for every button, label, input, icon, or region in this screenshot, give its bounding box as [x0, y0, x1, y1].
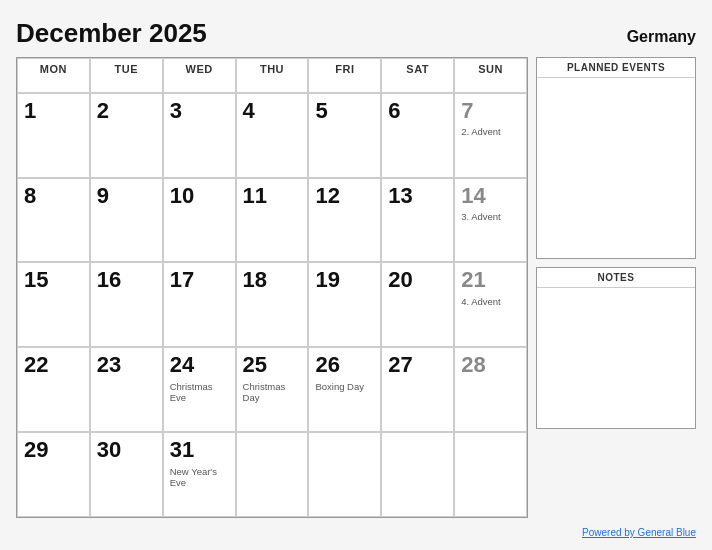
day-header: SUN: [454, 58, 527, 93]
day-cell: 5: [308, 93, 381, 178]
header: December 2025 Germany: [16, 18, 696, 49]
day-header: WED: [163, 58, 236, 93]
calendar-page: December 2025 Germany MONTUEWEDTHUFRISAT…: [0, 0, 712, 550]
day-cell: 15: [17, 262, 90, 347]
day-number: 9: [97, 183, 109, 209]
day-cell: 27: [381, 347, 454, 432]
main-content: MONTUEWEDTHUFRISATSUN12345672. Advent891…: [16, 57, 696, 518]
day-number: 28: [461, 352, 485, 378]
day-cell: 11: [236, 178, 309, 263]
day-cell: [236, 432, 309, 517]
day-number: 29: [24, 437, 48, 463]
day-cell: 1: [17, 93, 90, 178]
day-number: 24: [170, 352, 194, 378]
day-cell: [381, 432, 454, 517]
day-number: 27: [388, 352, 412, 378]
day-event: 2. Advent: [461, 126, 501, 137]
planned-events-title: PLANNED EVENTS: [537, 58, 695, 78]
day-cell: 6: [381, 93, 454, 178]
day-cell: 22: [17, 347, 90, 432]
day-number: 2: [97, 98, 109, 124]
planned-events-box: PLANNED EVENTS: [536, 57, 696, 259]
powered-by-link[interactable]: Powered by General Blue: [582, 527, 696, 538]
day-event: 4. Advent: [461, 296, 501, 307]
calendar-grid: MONTUEWEDTHUFRISATSUN12345672. Advent891…: [17, 58, 527, 517]
day-cell: 4: [236, 93, 309, 178]
day-cell: 72. Advent: [454, 93, 527, 178]
day-number: 15: [24, 267, 48, 293]
day-number: 18: [243, 267, 267, 293]
day-number: 13: [388, 183, 412, 209]
day-number: 7: [461, 98, 473, 124]
day-number: 6: [388, 98, 400, 124]
day-cell: 18: [236, 262, 309, 347]
day-cell: 31New Year's Eve: [163, 432, 236, 517]
day-number: 10: [170, 183, 194, 209]
day-cell: 17: [163, 262, 236, 347]
day-cell: 23: [90, 347, 163, 432]
day-cell: 26Boxing Day: [308, 347, 381, 432]
day-number: 4: [243, 98, 255, 124]
day-number: 20: [388, 267, 412, 293]
day-header: MON: [17, 58, 90, 93]
page-title: December 2025: [16, 18, 207, 49]
day-cell: 2: [90, 93, 163, 178]
day-number: 14: [461, 183, 485, 209]
day-number: 25: [243, 352, 267, 378]
day-number: 23: [97, 352, 121, 378]
day-cell: [454, 432, 527, 517]
day-number: 30: [97, 437, 121, 463]
country-label: Germany: [627, 28, 696, 46]
notes-box: NOTES: [536, 267, 696, 429]
day-cell: 3: [163, 93, 236, 178]
planned-events-content: [537, 78, 695, 258]
day-cell: 214. Advent: [454, 262, 527, 347]
day-cell: 143. Advent: [454, 178, 527, 263]
calendar-section: MONTUEWEDTHUFRISATSUN12345672. Advent891…: [16, 57, 528, 518]
day-cell: 28: [454, 347, 527, 432]
day-cell: 19: [308, 262, 381, 347]
day-cell: 25Christmas Day: [236, 347, 309, 432]
day-header: TUE: [90, 58, 163, 93]
day-cell: 29: [17, 432, 90, 517]
notes-content: [537, 288, 695, 428]
day-number: 19: [315, 267, 339, 293]
day-cell: [308, 432, 381, 517]
day-event: New Year's Eve: [170, 466, 229, 489]
day-event: Boxing Day: [315, 381, 364, 392]
day-number: 16: [97, 267, 121, 293]
day-number: 21: [461, 267, 485, 293]
day-number: 8: [24, 183, 36, 209]
footer: Powered by General Blue: [16, 522, 696, 540]
day-header: FRI: [308, 58, 381, 93]
day-cell: 24Christmas Eve: [163, 347, 236, 432]
day-event: Christmas Day: [243, 381, 302, 404]
day-cell: 9: [90, 178, 163, 263]
day-number: 31: [170, 437, 194, 463]
day-number: 26: [315, 352, 339, 378]
day-number: 17: [170, 267, 194, 293]
day-number: 22: [24, 352, 48, 378]
day-cell: 10: [163, 178, 236, 263]
day-header: THU: [236, 58, 309, 93]
day-number: 3: [170, 98, 182, 124]
day-cell: 8: [17, 178, 90, 263]
day-cell: 16: [90, 262, 163, 347]
day-number: 5: [315, 98, 327, 124]
day-number: 12: [315, 183, 339, 209]
day-cell: 12: [308, 178, 381, 263]
day-cell: 20: [381, 262, 454, 347]
day-event: 3. Advent: [461, 211, 501, 222]
day-number: 11: [243, 183, 267, 209]
notes-title: NOTES: [537, 268, 695, 288]
day-cell: 30: [90, 432, 163, 517]
day-number: 1: [24, 98, 36, 124]
day-event: Christmas Eve: [170, 381, 229, 404]
sidebar: PLANNED EVENTS NOTES: [536, 57, 696, 518]
day-cell: 13: [381, 178, 454, 263]
day-header: SAT: [381, 58, 454, 93]
